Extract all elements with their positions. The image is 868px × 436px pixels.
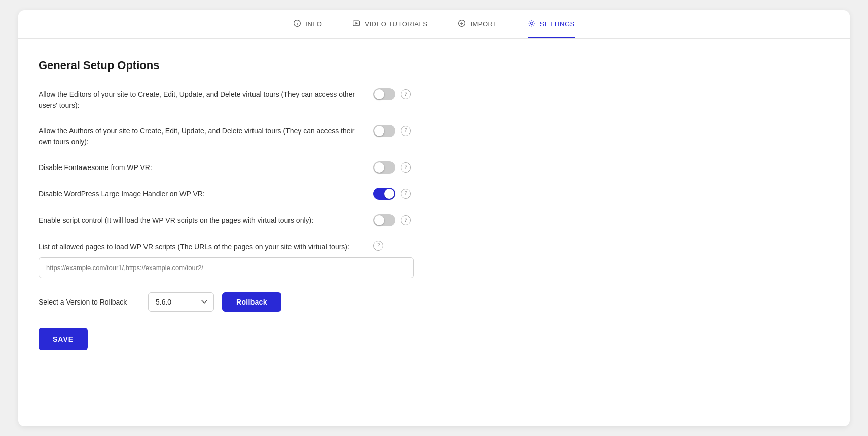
toggle-authors[interactable] xyxy=(373,125,395,137)
main-card: INFO VIDEO TUTORIALS IMPORT xyxy=(18,10,850,426)
setting-row-fontawesome: Disable Fontawesome from WP VR: ? xyxy=(39,161,829,174)
setting-row-script-control: Enable script control (It will load the … xyxy=(39,214,829,226)
url-label-row: List of allowed pages to load WP VR scri… xyxy=(39,241,829,252)
svg-point-6 xyxy=(530,22,533,24)
setting-row-image-handler: Disable WordPress Large Image Handler on… xyxy=(39,188,829,200)
rollback-row: Select a Version to Rollback 5.6.0 5.5.0… xyxy=(39,292,829,312)
url-input[interactable] xyxy=(39,257,414,278)
rollback-label: Select a Version to Rollback xyxy=(39,298,140,306)
toggle-script-control[interactable] xyxy=(373,214,395,226)
tab-video-tutorials[interactable]: VIDEO TUTORIALS xyxy=(352,19,427,38)
tab-video-tutorials-label: VIDEO TUTORIALS xyxy=(365,20,427,28)
setting-controls-script-control: ? xyxy=(373,214,411,226)
url-field-label: List of allowed pages to load WP VR scri… xyxy=(39,241,363,252)
url-input-row: List of allowed pages to load WP VR scri… xyxy=(39,241,829,278)
import-icon xyxy=(458,19,466,29)
setting-label-image-handler: Disable WordPress Large Image Handler on… xyxy=(39,188,363,199)
toggle-fontawesome[interactable] xyxy=(373,161,395,174)
help-icon-url[interactable]: ? xyxy=(373,241,383,251)
version-select[interactable]: 5.6.0 5.5.0 5.4.0 5.3.0 xyxy=(148,292,214,312)
toggle-fontawesome-thumb xyxy=(374,162,384,173)
toggle-editors-thumb xyxy=(374,89,384,99)
toggle-authors-thumb xyxy=(374,126,384,136)
help-icon-script-control[interactable]: ? xyxy=(401,215,411,225)
save-button[interactable]: SAVE xyxy=(39,328,88,350)
setting-controls-fontawesome: ? xyxy=(373,161,411,174)
toggle-image-handler[interactable] xyxy=(373,188,395,200)
tab-import[interactable]: IMPORT xyxy=(458,19,497,38)
toggle-editors[interactable] xyxy=(373,88,395,100)
gear-icon xyxy=(528,19,536,29)
help-icon-image-handler[interactable]: ? xyxy=(401,189,411,199)
svg-point-2 xyxy=(297,21,298,22)
tab-import-label: IMPORT xyxy=(470,20,497,28)
section-title: General Setup Options xyxy=(39,59,829,72)
tab-settings[interactable]: SETTINGS xyxy=(528,19,575,38)
toggle-script-control-thumb xyxy=(374,215,384,225)
setting-label-fontawesome: Disable Fontawesome from WP VR: xyxy=(39,161,363,173)
content-area: General Setup Options Allow the Editors … xyxy=(18,39,850,371)
rollback-button[interactable]: Rollback xyxy=(222,292,281,312)
setting-controls-image-handler: ? xyxy=(373,188,411,200)
setting-controls-editors: ? xyxy=(373,88,411,100)
setting-label-script-control: Enable script control (It will load the … xyxy=(39,214,363,226)
tab-settings-label: SETTINGS xyxy=(540,20,575,28)
setting-row-authors: Allow the Authors of your site to Create… xyxy=(39,125,829,147)
help-icon-authors[interactable]: ? xyxy=(401,126,411,136)
setting-row-editors: Allow the Editors of your site to Create… xyxy=(39,88,829,111)
tab-info[interactable]: INFO xyxy=(293,19,322,38)
toggle-image-handler-thumb xyxy=(384,189,394,199)
nav-tabs: INFO VIDEO TUTORIALS IMPORT xyxy=(18,10,850,39)
setting-controls-authors: ? xyxy=(373,125,411,137)
tab-info-label: INFO xyxy=(305,20,322,28)
play-circle-icon xyxy=(352,19,360,29)
info-circle-icon xyxy=(293,19,301,29)
help-icon-editors[interactable]: ? xyxy=(401,89,411,99)
setting-label-editors: Allow the Editors of your site to Create… xyxy=(39,88,363,111)
setting-label-authors: Allow the Authors of your site to Create… xyxy=(39,125,363,147)
svg-marker-4 xyxy=(356,22,358,24)
help-icon-fontawesome[interactable]: ? xyxy=(401,162,411,173)
